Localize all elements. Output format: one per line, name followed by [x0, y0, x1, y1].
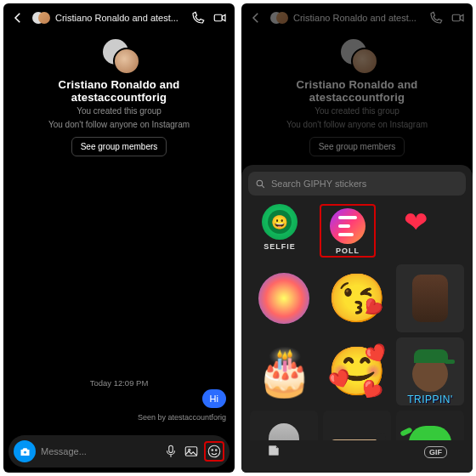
- sticker-grid: 😘 🎂 🥰 TRIPPIN': [248, 263, 466, 440]
- group-follow-text: You don't follow anyone on Instagram: [48, 119, 190, 131]
- call-icon: [428, 10, 444, 26]
- svg-point-1: [23, 450, 26, 454]
- svg-rect-0: [214, 14, 222, 21]
- selfie-option[interactable]: 😀 SELFIE: [252, 204, 308, 251]
- title-avatars: [32, 11, 51, 25]
- see-members-button[interactable]: See group members: [71, 137, 167, 156]
- sticker-panel: 😀 SELFIE POLL ❤ 😘: [241, 165, 473, 473]
- sticker-quick-row: 😀 SELFIE POLL ❤: [248, 196, 466, 263]
- sticker-trippin[interactable]: TRIPPIN': [396, 337, 464, 405]
- top-bar: Cristiano Ronaldo and atest...: [3, 3, 235, 32]
- chat-title[interactable]: Cristiano Ronaldo and atest...: [32, 11, 184, 25]
- composer: [8, 435, 230, 468]
- call-icon[interactable]: [190, 10, 206, 26]
- svg-rect-8: [452, 14, 460, 21]
- poll-option[interactable]: POLL: [320, 204, 376, 258]
- selfie-label: SELFIE: [264, 242, 296, 251]
- sticker-kiss-emoji[interactable]: 😘: [323, 264, 391, 332]
- svg-point-6: [212, 450, 213, 451]
- camera-button[interactable]: [14, 440, 36, 462]
- chat-body: Today 12:09 PM Hi Seen by atestaccountfo…: [3, 162, 235, 435]
- group-avatar: [99, 39, 139, 73]
- dimmed-background: Cristiano Ronaldo and atest... Cristiano…: [241, 3, 473, 162]
- svg-rect-2: [169, 445, 173, 452]
- group-created-text: You created this group: [76, 105, 162, 117]
- video-call-icon: [450, 10, 466, 26]
- sent-message[interactable]: Hi: [202, 389, 226, 408]
- gallery-icon[interactable]: [184, 444, 199, 459]
- sticker-statue[interactable]: [250, 411, 318, 440]
- chat-title-text: Cristiano Ronaldo and atest...: [293, 13, 416, 23]
- sticker-kermit[interactable]: [396, 411, 464, 440]
- back-icon[interactable]: [10, 10, 26, 26]
- sticker-search-input[interactable]: [271, 178, 459, 189]
- sticker-heart-face[interactable]: 🥰: [323, 337, 391, 405]
- sticker-plank[interactable]: [323, 411, 391, 440]
- svg-point-7: [216, 450, 218, 451]
- svg-point-5: [208, 445, 220, 457]
- sticker-thinking-guy[interactable]: [396, 264, 464, 332]
- selfie-icon: 😀: [262, 204, 298, 240]
- trippin-text: TRIPPIN': [407, 394, 453, 405]
- svg-point-9: [257, 180, 263, 186]
- seen-status: Seen by atestaccountforig: [138, 413, 226, 422]
- message-input[interactable]: [41, 446, 158, 456]
- group-name: Cristiano Ronaldo and atestaccountforig: [12, 78, 226, 104]
- video-call-icon[interactable]: [212, 10, 228, 26]
- sticker-search[interactable]: [248, 172, 466, 196]
- sticker-tab-icon[interactable]: [267, 444, 280, 461]
- mic-icon[interactable]: [163, 444, 178, 459]
- phone-right: Cristiano Ronaldo and atest... Cristiano…: [241, 3, 473, 473]
- phone-left: Cristiano Ronaldo and atest... Cristiano…: [3, 3, 235, 473]
- gif-tab[interactable]: GIF: [424, 446, 447, 458]
- poll-label: POLL: [336, 246, 360, 255]
- chat-title-text: Cristiano Ronaldo and atest...: [55, 13, 178, 23]
- sticker-panel-footer: GIF: [248, 440, 466, 466]
- sticker-birthday-cake[interactable]: 🎂: [250, 337, 318, 405]
- back-icon: [248, 10, 264, 26]
- poll-icon: [330, 208, 366, 244]
- sticker-rainbow-creature[interactable]: [250, 264, 318, 332]
- group-hero: Cristiano Ronaldo and atestaccountforig …: [3, 32, 235, 162]
- heart-icon: ❤: [398, 204, 434, 240]
- sticker-icon[interactable]: [204, 441, 224, 462]
- heart-option[interactable]: ❤: [388, 204, 444, 240]
- timestamp: Today 12:09 PM: [3, 378, 235, 388]
